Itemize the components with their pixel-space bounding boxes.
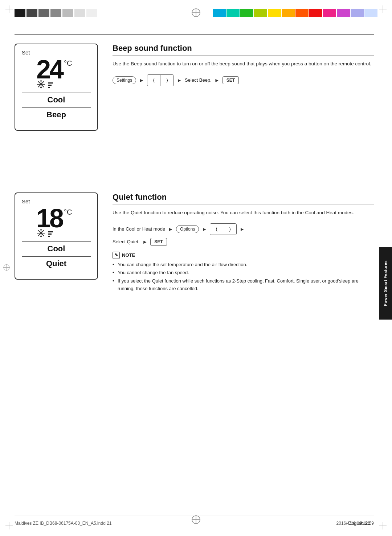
set-button-beep[interactable]: SET <box>222 76 239 84</box>
beep-instruction-row: Settings ► ⟨ ⟩ ► Select Beep. ► SET <box>113 74 374 86</box>
svg-point-30 <box>40 232 42 234</box>
arrow-2-quiet: ► <box>202 226 207 232</box>
quiet-right-content: Quiet function Use the Quiet function to… <box>113 192 374 293</box>
color-swatches-left <box>15 9 97 17</box>
side-tab: Power Smart Features <box>379 247 392 320</box>
note-icon: ✎ <box>113 252 120 259</box>
footer-left: Maldives ZE IB_DB68-06175A-00_EN_A5.indd… <box>15 521 112 526</box>
note-section: ✎ NOTE You can change the set temperatur… <box>113 252 374 293</box>
beep-lcd-box: Set 24 °C <box>15 44 98 131</box>
arrow-4-quiet: ► <box>142 239 147 245</box>
color-swatches-right <box>213 9 377 17</box>
arrow-1-quiet: ► <box>168 226 173 232</box>
quiet-divider2 <box>22 256 91 257</box>
beep-divider1 <box>22 93 91 93</box>
note-item-3: If you select the Quiet function while s… <box>113 277 374 293</box>
side-tab-label: Power Smart Features <box>383 260 388 306</box>
quiet-instruction-row2: Select Quiet. ► SET <box>113 238 374 246</box>
note-item-2: You cannot change the fan speed. <box>113 269 374 277</box>
beep-right-content: Beep sound function Use the Beep sound f… <box>113 44 374 89</box>
nav-pair-beep[interactable]: ⟨ ⟩ <box>147 74 174 86</box>
quiet-icons-row <box>36 228 91 238</box>
nav-right-beep[interactable]: ⟩ <box>160 75 173 86</box>
beep-lcd-unit: °C <box>64 59 72 68</box>
cool-icon-quiet <box>36 228 46 238</box>
top-rule <box>15 34 374 35</box>
quiet-lcd-temp: 18 <box>36 205 62 231</box>
arrow-3-quiet: ► <box>240 226 245 232</box>
cool-heat-text: In the Cool or Heat mode <box>113 226 165 232</box>
center-cross-top <box>191 8 201 19</box>
beep-temp-row: 24 °C <box>36 56 91 82</box>
arrow-2-beep: ► <box>177 77 182 83</box>
nav-left-quiet[interactable]: ⟨ <box>210 224 223 235</box>
cool-icon-beep <box>36 80 46 89</box>
fan-bars-quiet <box>48 231 53 237</box>
nav-pair-quiet[interactable]: ⟨ ⟩ <box>210 223 237 235</box>
beep-divider2 <box>22 107 91 108</box>
color-bar-top <box>0 7 392 20</box>
quiet-lcd-mode: Cool <box>22 244 91 253</box>
options-button-quiet[interactable]: Options <box>176 225 199 233</box>
quiet-lcd-function: Quiet <box>22 259 91 268</box>
select-quiet-text: Select Quiet. <box>113 239 139 244</box>
quiet-instruction-row1: In the Cool or Heat mode ► Options ► ⟨ ⟩… <box>113 223 374 235</box>
arrow-1-beep: ► <box>139 77 144 83</box>
quiet-section: Set 18 °C <box>15 192 374 293</box>
beep-title: Beep sound function <box>113 44 374 56</box>
quiet-title: Quiet function <box>113 192 374 204</box>
corner-mark-bl <box>5 522 13 531</box>
nav-right-quiet[interactable]: ⟩ <box>223 224 236 235</box>
beep-lcd-mode: Cool <box>22 95 91 105</box>
quiet-description: Use the Quiet function to reduce operati… <box>113 209 374 217</box>
set-button-quiet[interactable]: SET <box>150 238 167 246</box>
note-label: NOTE <box>122 252 135 258</box>
center-cross-bottom <box>191 515 201 526</box>
quiet-temp-row: 18 °C <box>36 205 91 231</box>
nav-left-beep[interactable]: ⟨ <box>147 75 160 86</box>
svg-point-21 <box>40 84 42 85</box>
note-list: You can change the set temperature and t… <box>113 261 374 293</box>
left-reg-mark <box>3 264 10 272</box>
language-label: English <box>348 520 364 526</box>
note-header: ✎ NOTE <box>113 252 374 259</box>
quiet-divider1 <box>22 241 91 242</box>
note-item-1: You can change the set temperature and t… <box>113 261 374 269</box>
select-beep-text: Select Beep. <box>185 77 212 83</box>
beep-icons-row <box>36 80 91 89</box>
fan-bars-beep <box>48 82 53 88</box>
settings-button-beep[interactable]: Settings <box>113 76 136 84</box>
quiet-lcd-unit: °C <box>64 208 72 216</box>
quiet-lcd-box: Set 18 °C <box>15 192 98 280</box>
beep-lcd-function: Beep <box>22 110 91 119</box>
page-num: 21 <box>365 520 370 526</box>
corner-mark-br <box>379 522 387 531</box>
page-number: English 21 <box>348 520 370 526</box>
beep-description: Use the Beep sound function to turn on o… <box>113 60 374 68</box>
arrow-3-beep: ► <box>215 77 220 83</box>
beep-section: Set 24 °C <box>15 44 374 131</box>
beep-lcd-temp: 24 <box>36 56 62 82</box>
